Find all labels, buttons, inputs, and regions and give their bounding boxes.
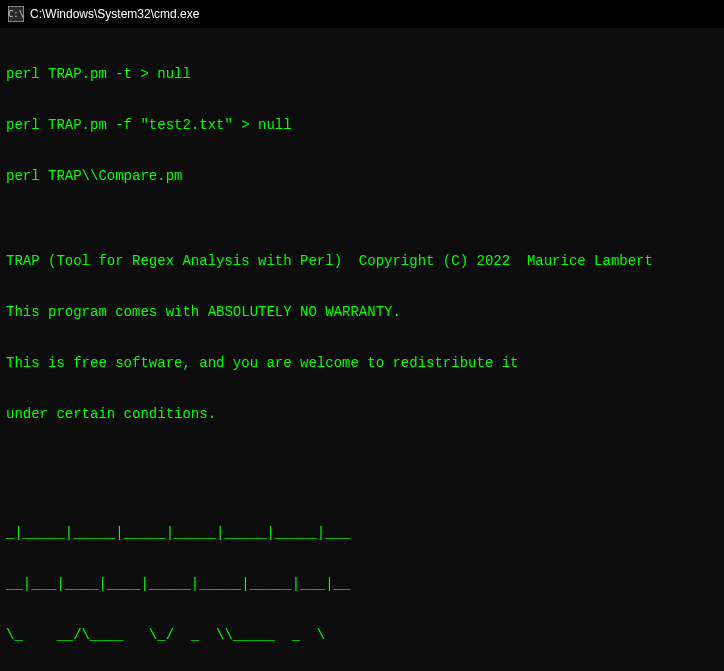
terminal-line: TRAP (Tool for Regex Analysis with Perl)… bbox=[6, 253, 718, 270]
terminal-output[interactable]: perl TRAP.pm -t > null perl TRAP.pm -f "… bbox=[0, 28, 724, 671]
terminal-line: perl TRAP\\Compare.pm bbox=[6, 168, 718, 185]
window-title: C:\Windows\System32\cmd.exe bbox=[30, 7, 199, 21]
cmd-icon: C:\ bbox=[8, 6, 24, 22]
terminal-line: This is free software, and you are welco… bbox=[6, 355, 718, 372]
terminal-line: perl TRAP.pm -t > null bbox=[6, 66, 718, 83]
ascii-art-line: __|___|____|____|_____|_____|_____|___|_… bbox=[6, 576, 718, 593]
ascii-art-line: _|_____|_____|_____|_____|_____|_____|__… bbox=[6, 525, 718, 542]
terminal-line: under certain conditions. bbox=[6, 406, 718, 423]
window-titlebar: C:\ C:\Windows\System32\cmd.exe bbox=[0, 0, 724, 28]
terminal-line: This program comes with ABSOLUTELY NO WA… bbox=[6, 304, 718, 321]
terminal-line: perl TRAP.pm -f "test2.txt" > null bbox=[6, 117, 718, 134]
ascii-art-line: \_ __/\____ \_/ _ \\_____ _ \ bbox=[6, 627, 718, 644]
